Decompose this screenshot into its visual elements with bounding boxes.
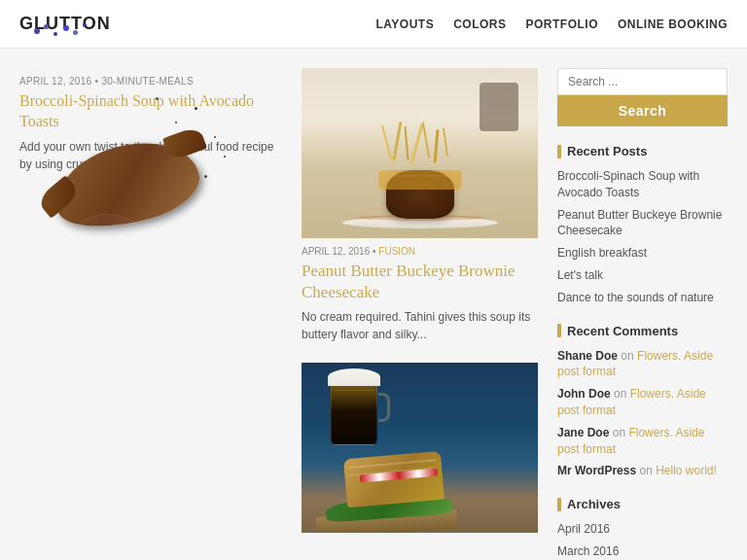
post-image-burger (302, 68, 538, 238)
recent-posts-title: Recent Posts (557, 144, 728, 158)
recent-post-1[interactable]: Peanut Butter Buckeye Brownie Cheesecake (557, 207, 728, 240)
archive-1[interactable]: March 2016 (557, 543, 728, 560)
archives-section: Archives April 2016 March 2016 (557, 497, 728, 560)
comment-0: Shane Doe on Flowers. Aside post format (557, 348, 728, 381)
featured-post-meta: APRIL 12, 2016 • 30-MINUTE-MEALS (19, 76, 282, 87)
nav-colors[interactable]: COLORS (453, 18, 506, 31)
post-image-sandwich (302, 363, 538, 533)
recent-comments-section: Recent Comments Shane Doe on Flowers. As… (557, 324, 728, 480)
post-card-1-excerpt: No cream required. Tahini gives this sou… (302, 308, 538, 343)
post-card-2 (302, 363, 538, 533)
comment-1: John Doe on Flowers. Aside post format (557, 386, 728, 419)
recent-post-2[interactable]: English breakfast (557, 245, 728, 262)
recent-post-0[interactable]: Broccoli-Spinach Soup with Avocado Toast… (557, 168, 728, 201)
comment-3-link[interactable]: Hello world! (656, 464, 717, 477)
featured-post: APRIL 12, 2016 • 30-MINUTE-MEALS Broccol… (19, 68, 282, 560)
center-column: APRIL 12, 2016 • FUSION Peanut Butter Bu… (302, 68, 538, 560)
post-card-1-category: FUSION (378, 246, 415, 257)
recent-post-4[interactable]: Dance to the sounds of nature (557, 290, 728, 306)
post-card-1: APRIL 12, 2016 • FUSION Peanut Butter Bu… (302, 68, 538, 343)
sidebar: Search Recent Posts Broccoli-Spinach Sou… (557, 68, 728, 560)
recent-comments-title: Recent Comments (557, 324, 728, 338)
recent-post-3[interactable]: Let's talk (557, 267, 728, 284)
nav-layouts[interactable]: LAYOUTS (375, 18, 434, 31)
post-card-1-date: APRIL 12, 2016 (302, 246, 370, 257)
recent-posts-section: Recent Posts Broccoli-Spinach Soup with … (557, 144, 728, 306)
nav-portfolio[interactable]: PORTFOLIO (525, 18, 598, 31)
post-card-1-title: Peanut Butter Buckeye Brownie Cheesecake (302, 261, 538, 303)
comment-2: Jane Doe on Flowers. Aside post format (557, 425, 728, 458)
search-button[interactable]: Search (557, 95, 728, 126)
archives-title: Archives (557, 497, 728, 511)
header: GLUTTON LAYOUTS COLORS PORTFOLIO ONLINE … (0, 0, 747, 49)
post-card-1-meta: APRIL 12, 2016 • FUSION (302, 246, 538, 257)
archive-0[interactable]: April 2016 (557, 521, 728, 538)
main-content: APRIL 12, 2016 • 30-MINUTE-MEALS Broccol… (0, 49, 747, 560)
nav-online-booking[interactable]: ONLINE BOOKING (618, 18, 728, 31)
comment-3: Mr WordPress on Hello world! (557, 463, 728, 479)
main-nav: LAYOUTS COLORS PORTFOLIO ONLINE BOOKING (375, 18, 728, 31)
search-input[interactable] (557, 68, 728, 95)
